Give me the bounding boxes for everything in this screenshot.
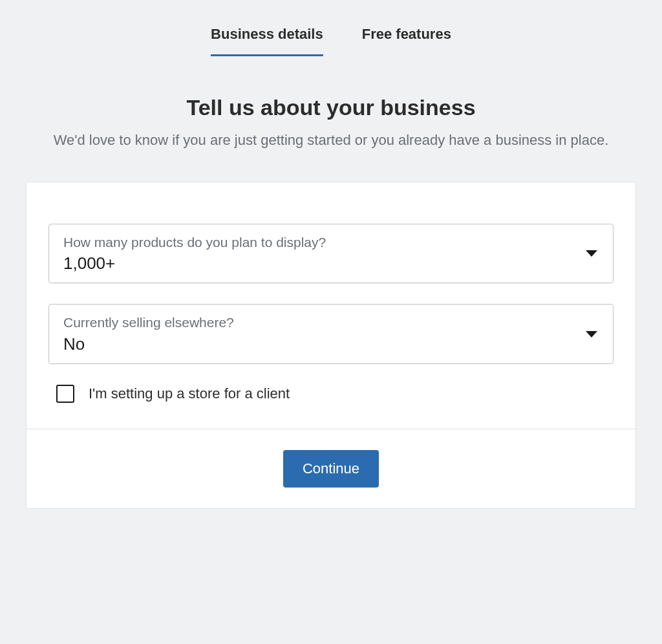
products-select-value: 1,000+ (63, 253, 577, 274)
selling-elsewhere-value: No (63, 334, 577, 354)
form-footer: Continue (27, 429, 635, 508)
products-select[interactable]: How many products do you plan to display… (48, 224, 614, 283)
client-checkbox-row: I'm setting up a store for a client (48, 385, 614, 403)
caret-down-icon (586, 250, 597, 257)
tab-free-features[interactable]: Free features (362, 26, 451, 56)
page-title: Tell us about your business (26, 95, 636, 120)
selling-elsewhere-select[interactable]: Currently selling elsewhere? No (48, 304, 614, 363)
tab-business-details[interactable]: Business details (211, 26, 323, 56)
caret-down-icon (586, 331, 597, 338)
client-checkbox-label: I'm setting up a store for a client (89, 385, 290, 402)
page-subtitle: We'd love to know if you are just gettin… (34, 129, 628, 151)
products-select-label: How many products do you plan to display… (63, 233, 577, 251)
onboarding-container: Business details Free features Tell us a… (0, 0, 662, 509)
client-checkbox[interactable] (56, 385, 74, 403)
tabs: Business details Free features (26, 26, 636, 56)
continue-button[interactable]: Continue (283, 450, 379, 488)
selling-elsewhere-label: Currently selling elsewhere? (63, 314, 577, 331)
form-card: How many products do you plan to display… (26, 182, 636, 509)
form-body: How many products do you plan to display… (27, 182, 635, 429)
